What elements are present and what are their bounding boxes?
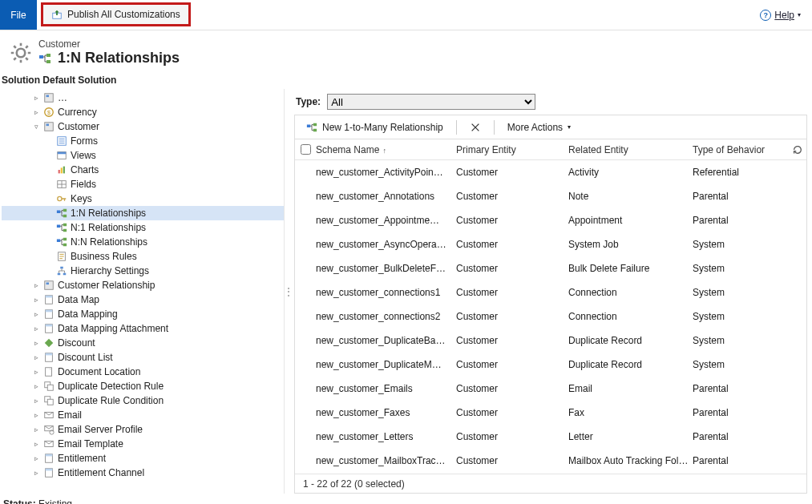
cell-related: Note [568, 191, 693, 202]
table-row[interactable]: new_customer_DuplicateBa…CustomerDuplica… [295, 329, 806, 353]
column-header-schema[interactable]: Schema Name↑ [316, 144, 456, 155]
tree-item[interactable]: ▹Business Rules [2, 249, 284, 264]
cell-primary: Customer [456, 191, 568, 202]
table-row[interactable]: new_customer_DuplicateM…CustomerDuplicat… [295, 353, 806, 377]
tree-item[interactable]: ▹Duplicate Detection Rule [2, 379, 284, 393]
tree-item[interactable]: ▹Currency [2, 105, 284, 119]
tree-item[interactable]: ▹Email Server Profile [2, 422, 284, 437]
tree-expand-icon[interactable]: ▹ [32, 455, 40, 462]
table-row[interactable]: new_customer_LettersCustomerLetterParent… [295, 425, 806, 449]
splitter-handle[interactable]: ⋮ [285, 89, 293, 494]
tree-item[interactable]: ▹Fields [2, 177, 284, 192]
publish-icon [51, 9, 63, 20]
tree-item[interactable]: ▹Discount [2, 336, 284, 350]
grid-toolbar: New 1-to-Many Relationship More Actions … [294, 115, 807, 139]
tree-item[interactable]: ▹Email Template [2, 437, 284, 451]
tree-item[interactable]: ▹N:1 Relationships [2, 220, 284, 235]
toolbar-separator [456, 120, 457, 135]
tree-expand-icon[interactable]: ▹ [32, 282, 40, 289]
grid-body[interactable]: new_customer_ActivityPoin…CustomerActivi… [295, 160, 806, 474]
tree-item-label: Document Location [58, 366, 140, 377]
type-filter-select[interactable]: All [327, 94, 535, 110]
publish-all-customizations-button[interactable]: Publish All Customizations [41, 2, 191, 26]
tree-expand-icon[interactable]: ▹ [32, 296, 40, 304]
entity-icon [43, 280, 55, 291]
cell-behavior: Parental [693, 455, 789, 466]
table-row[interactable]: new_customer_BulkDeleteF…CustomerBulk De… [295, 256, 806, 280]
tree-item[interactable]: ▹Duplicate Rule Condition [2, 393, 284, 408]
tree-item[interactable]: ▹Entitlement [2, 451, 284, 466]
data-icon [43, 323, 55, 334]
tree-item[interactable]: ▹Entitlement Channel [2, 466, 284, 480]
tree-item-label: N:1 Relationships [71, 222, 146, 233]
tree-item-label: Customer Relationship [58, 280, 155, 291]
tree-expand-icon[interactable]: ▹ [32, 369, 40, 376]
tree-expand-icon[interactable]: ▹ [32, 95, 40, 102]
table-row[interactable]: new_customer_AsyncOpera…CustomerSystem J… [295, 232, 806, 256]
file-menu-button[interactable]: File [0, 0, 37, 30]
tree-item-label: Discount [58, 337, 95, 349]
delete-button[interactable] [465, 120, 486, 135]
tree-expand-icon[interactable]: ▹ [32, 311, 40, 318]
table-row[interactable]: new_customer_FaxesCustomerFaxParental [295, 401, 806, 425]
cell-behavior: Parental [693, 191, 789, 202]
tree-item[interactable]: ▹Forms [2, 134, 284, 148]
tree-item-label: Fields [71, 179, 96, 190]
more-actions-button[interactable]: More Actions ▾ [503, 120, 576, 135]
tree-item[interactable]: ▹Email [2, 408, 284, 422]
cell-schema: new_customer_Appointme… [316, 215, 456, 226]
more-actions-label: More Actions [507, 122, 563, 133]
tree-expand-icon[interactable]: ▹ [32, 397, 40, 405]
tree-expand-icon[interactable]: ▹ [32, 426, 40, 433]
table-row[interactable]: new_customer_ActivityPoin…CustomerActivi… [295, 160, 806, 184]
delete-icon [470, 122, 481, 133]
page-title: 1:N Relationships [58, 50, 180, 67]
table-row[interactable]: new_customer_connections1CustomerConnect… [295, 280, 806, 304]
column-header-primary[interactable]: Primary Entity [456, 144, 568, 155]
tree-item[interactable]: ▹Data Mapping Attachment [2, 321, 284, 336]
discount-icon [43, 337, 55, 349]
tree-item[interactable]: ▿Customer [2, 119, 284, 134]
tree-expand-icon[interactable]: ▹ [32, 412, 40, 419]
solution-tree[interactable]: ▹…▹Currency▿Customer▹Forms▹Views▹Charts▹… [0, 89, 285, 494]
tree-item[interactable]: ▹1:N Relationships [2, 206, 284, 220]
cell-related: System Job [568, 239, 693, 250]
tree-item-label: Email [58, 409, 82, 421]
refresh-button[interactable] [789, 144, 806, 155]
tree-item-label: Charts [71, 164, 99, 175]
tree-item[interactable]: ▹Keys [2, 192, 284, 206]
tree-expand-icon[interactable]: ▹ [32, 325, 40, 333]
cell-related: Connection [568, 311, 693, 322]
tree-item-label: Duplicate Rule Condition [58, 395, 164, 406]
tree-item[interactable]: ▹Data Mapping [2, 307, 284, 321]
cell-behavior: System [693, 263, 789, 274]
table-row[interactable]: new_customer_MailboxTrac…CustomerMailbox… [295, 449, 806, 473]
tree-expand-icon[interactable]: ▹ [32, 340, 40, 347]
table-row[interactable]: new_customer_Appointme…CustomerAppointme… [295, 208, 806, 232]
tree-item[interactable]: ▹Hierarchy Settings [2, 264, 284, 278]
table-row[interactable]: new_customer_connections2CustomerConnect… [295, 304, 806, 329]
tree-item[interactable]: ▹Data Map [2, 292, 284, 307]
tree-item[interactable]: ▹Charts [2, 163, 284, 177]
tree-item-label: Duplicate Detection Rule [58, 381, 164, 392]
select-all-checkbox[interactable] [295, 142, 316, 157]
tree-item[interactable]: ▹Views [2, 148, 284, 163]
tree-expand-icon[interactable]: ▹ [32, 441, 40, 448]
tree-item[interactable]: ▹Discount List [2, 350, 284, 365]
new-relationship-button[interactable]: New 1-to-Many Relationship [301, 120, 448, 135]
tree-expand-icon[interactable]: ▿ [32, 123, 40, 131]
table-row[interactable]: new_customer_EmailsCustomerEmailParental [295, 377, 806, 401]
tree-item[interactable]: ▹… [2, 91, 284, 105]
tree-expand-icon[interactable]: ▹ [32, 470, 40, 477]
column-header-related[interactable]: Related Entity [568, 144, 693, 155]
tree-item[interactable]: ▹Customer Relationship [2, 278, 284, 292]
cell-behavior: System [693, 239, 789, 250]
tree-expand-icon[interactable]: ▹ [32, 383, 40, 390]
table-row[interactable]: new_customer_AnnotationsCustomerNotePare… [295, 184, 806, 208]
tree-item[interactable]: ▹Document Location [2, 365, 284, 379]
tree-item[interactable]: ▹N:N Relationships [2, 235, 284, 249]
column-header-behavior[interactable]: Type of Behavior [693, 144, 789, 155]
tree-expand-icon[interactable]: ▹ [32, 354, 40, 361]
help-menu-button[interactable]: ? Help ▾ [749, 0, 812, 30]
tree-expand-icon[interactable]: ▹ [32, 109, 40, 116]
